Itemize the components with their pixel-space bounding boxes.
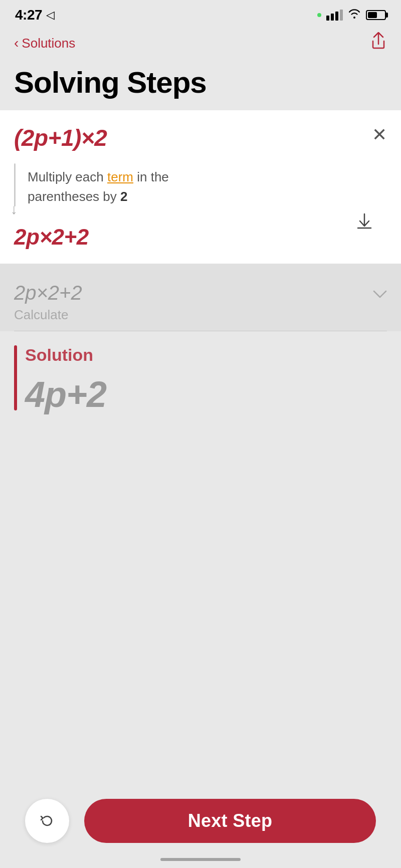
bottom-bar: Next Step: [0, 787, 401, 868]
multiplier-value: 2: [120, 189, 127, 204]
collapsed-step-label: Calculate: [14, 307, 82, 323]
step-card: (2p+1)×2 ✕ ↓ Multiply each term in the p…: [0, 110, 401, 264]
collapsed-step[interactable]: 2p×2+2 Calculate: [14, 274, 387, 331]
solution-accent-bar: [14, 345, 17, 410]
download-icon[interactable]: [356, 212, 373, 236]
step-expression: (2p+1)×2: [14, 124, 387, 151]
battery-icon: [366, 10, 386, 20]
chevron-down-icon: [373, 286, 387, 303]
location-icon: ◁: [46, 9, 55, 22]
status-time: 4:27: [15, 7, 42, 23]
wifi-icon: [348, 8, 361, 22]
solution-label: Solution: [25, 345, 387, 365]
explanation-text: Multiply each term in the parentheses by…: [28, 163, 169, 206]
term-link[interactable]: term: [107, 169, 133, 184]
back-button[interactable]: ‹ Solutions: [14, 36, 75, 51]
green-dot: [317, 13, 321, 17]
back-label: Solutions: [22, 36, 75, 51]
nav-bar: ‹ Solutions: [0, 27, 401, 62]
arrow-down-icon: ↓: [11, 201, 18, 218]
status-icons: [317, 8, 386, 22]
signal-bars: [326, 10, 343, 21]
close-button[interactable]: ✕: [372, 124, 387, 145]
page-title: Solving Steps: [14, 66, 387, 99]
collapsed-expression: 2p×2+2: [14, 282, 82, 304]
result-expression: 2p×2+2: [14, 225, 387, 250]
solution-section: Solution 4p+2: [0, 331, 401, 429]
solution-container: Solution 4p+2: [14, 345, 387, 415]
explanation-area: ↓ Multiply each term in the parentheses …: [14, 163, 387, 206]
explanation-line-divider: ↓: [14, 163, 16, 206]
bottom-spacer: [0, 429, 401, 579]
status-bar: 4:27 ◁: [0, 0, 401, 27]
gray-section: 2p×2+2 Calculate: [0, 264, 401, 331]
next-step-button[interactable]: Next Step: [84, 799, 376, 843]
page-title-section: Solving Steps: [0, 62, 401, 110]
back-chevron-icon: ‹: [14, 36, 19, 50]
home-indicator: [160, 858, 241, 861]
undo-button[interactable]: [25, 799, 69, 843]
collapsed-step-content: 2p×2+2 Calculate: [14, 282, 82, 323]
share-button[interactable]: [370, 32, 387, 54]
solution-value: 4p+2: [25, 374, 387, 415]
